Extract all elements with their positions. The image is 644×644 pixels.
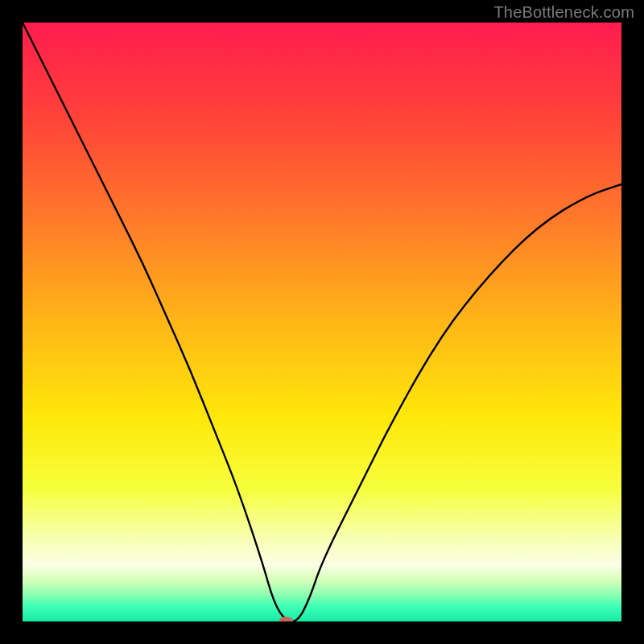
chart-frame: TheBottleneck.com — [0, 0, 644, 644]
gradient-background — [23, 23, 621, 621]
plot-area — [23, 23, 621, 621]
watermark-text: TheBottleneck.com — [493, 3, 634, 22]
plot-svg — [23, 23, 621, 621]
